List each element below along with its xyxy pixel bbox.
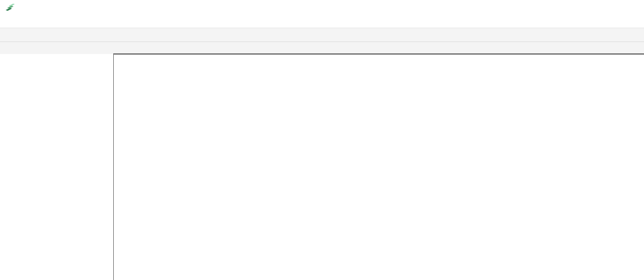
application-window [0,0,644,280]
main-toolbar [0,28,644,42]
project-tree-panel [0,54,113,280]
example-panel [113,53,644,280]
hourly-data-grid [114,211,644,280]
app-logo-icon [5,3,15,13]
secondary-toolbar [0,42,644,55]
menu-bar [0,15,644,28]
week-line-chart [114,73,644,213]
title-bar [0,0,644,15]
